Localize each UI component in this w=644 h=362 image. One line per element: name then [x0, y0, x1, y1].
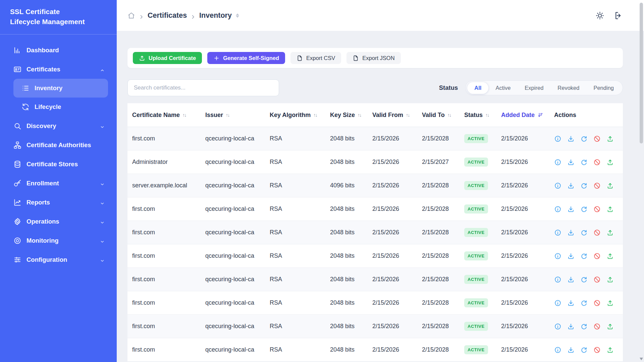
row-action-info[interactable]: [554, 323, 561, 330]
column-header-status[interactable]: Status↑↓: [464, 112, 501, 119]
status-filter-all[interactable]: All: [467, 82, 488, 94]
status-badge: ACTIVE: [464, 251, 488, 260]
row-action-renew[interactable]: [580, 229, 588, 236]
row-action-download[interactable]: [567, 346, 575, 354]
row-action-info[interactable]: [554, 346, 561, 354]
table-row[interactable]: first.comqcecuring-local-caRSA2048 bits2…: [127, 338, 623, 362]
row-action-export[interactable]: [606, 159, 614, 166]
status-filter-expired[interactable]: Expired: [518, 82, 550, 94]
row-action-revoke[interactable]: [593, 159, 601, 166]
sidebar-item-lifecycle[interactable]: Lifecycle: [13, 98, 108, 116]
generate-self-signed-button[interactable]: Generate Self-Signed: [207, 52, 285, 64]
row-action-export[interactable]: [606, 135, 614, 142]
column-header-valid-from[interactable]: Valid From↑↓: [372, 112, 422, 119]
table-row[interactable]: first.comqcecuring-local-caRSA2048 bits2…: [127, 221, 623, 244]
row-action-revoke[interactable]: [593, 276, 601, 283]
breadcrumb-item-certificates[interactable]: Certificates: [148, 11, 187, 20]
row-action-export[interactable]: [606, 182, 614, 189]
row-action-revoke[interactable]: [593, 205, 601, 213]
row-action-download[interactable]: [567, 229, 575, 236]
table-row[interactable]: Administratorqcecuring-local-caRSA2048 b…: [127, 150, 623, 174]
column-header-key-algorithm[interactable]: Key Algorithm↑↓: [270, 112, 330, 119]
row-action-renew[interactable]: [580, 135, 588, 142]
export-json-button[interactable]: Export JSON: [346, 52, 400, 64]
export-csv-button[interactable]: Export CSV: [290, 52, 341, 64]
status-filter-pending[interactable]: Pending: [586, 82, 621, 94]
status-filter-revoked[interactable]: Revoked: [550, 82, 586, 94]
row-action-export[interactable]: [606, 299, 614, 307]
row-action-renew[interactable]: [580, 276, 588, 283]
row-action-export[interactable]: [606, 276, 614, 283]
table-row[interactable]: first.comqcecuring-local-caRSA2048 bits2…: [127, 244, 623, 268]
logout-button[interactable]: [614, 11, 623, 20]
breadcrumb-item-inventory[interactable]: Inventory: [199, 11, 232, 20]
row-action-renew[interactable]: [580, 159, 588, 166]
column-header-added-date[interactable]: Added Date: [501, 112, 554, 119]
sidebar-item-certificates[interactable]: Certificates: [0, 60, 117, 79]
column-header-certificate-name[interactable]: Certificate Name↑↓: [132, 112, 205, 119]
sidebar-item-reports[interactable]: Reports: [0, 193, 117, 212]
breadcrumb-home-button[interactable]: [127, 12, 135, 19]
row-action-info[interactable]: [554, 299, 561, 307]
row-action-revoke[interactable]: [593, 299, 601, 307]
column-header-valid-to[interactable]: Valid To↑↓: [422, 112, 464, 119]
sidebar-item-certificate-authorities[interactable]: Certificate Authorities: [0, 135, 117, 155]
button-label: Export CSV: [306, 55, 335, 61]
theme-toggle-button[interactable]: [595, 11, 604, 20]
row-action-download[interactable]: [567, 205, 575, 213]
row-action-download[interactable]: [567, 182, 575, 189]
sidebar-item-configuration[interactable]: Configuration: [0, 250, 117, 269]
row-action-renew[interactable]: [580, 252, 588, 260]
row-action-info[interactable]: [554, 159, 561, 166]
table-row[interactable]: first.comqcecuring-local-caRSA2048 bits2…: [127, 315, 623, 338]
row-action-export[interactable]: [606, 252, 614, 260]
row-action-export[interactable]: [606, 205, 614, 213]
row-action-revoke[interactable]: [593, 252, 601, 260]
row-action-revoke[interactable]: [593, 182, 601, 189]
column-header-key-size[interactable]: Key Size↑↓: [330, 112, 372, 119]
table-row[interactable]: first.comqcecuring-local-caRSA2048 bits2…: [127, 127, 623, 150]
row-action-renew[interactable]: [580, 205, 588, 213]
table-row[interactable]: first.comqcecuring-local-caRSA2048 bits2…: [127, 291, 623, 315]
upload-certificate-button[interactable]: Upload Certificate: [133, 52, 202, 64]
row-action-info[interactable]: [554, 182, 561, 189]
row-action-download[interactable]: [567, 159, 575, 166]
row-action-info[interactable]: [554, 135, 561, 142]
row-action-renew[interactable]: [580, 299, 588, 307]
table-row[interactable]: server.example.localqcecuring-local-caRS…: [127, 174, 623, 197]
sidebar-item-monitoring[interactable]: Monitoring: [0, 231, 117, 250]
sidebar-item-discovery[interactable]: Discovery: [0, 116, 117, 135]
row-action-download[interactable]: [567, 299, 575, 307]
row-action-download[interactable]: [567, 323, 575, 330]
sidebar-item-dashboard[interactable]: Dashboard: [0, 41, 117, 60]
scrollbar-down-arrow-icon[interactable]: [640, 358, 643, 360]
sidebar-item-certificate-stores[interactable]: Certificate Stores: [0, 155, 117, 174]
scrollbar-thumb[interactable]: [640, 3, 643, 143]
row-action-download[interactable]: [567, 252, 575, 260]
scrollbar[interactable]: [639, 0, 644, 362]
column-header-issuer[interactable]: Issuer↑↓: [205, 112, 270, 119]
sidebar-item-inventory[interactable]: Inventory: [13, 79, 108, 98]
table-row[interactable]: first.comqcecuring-local-caRSA2048 bits2…: [127, 197, 623, 221]
sidebar-item-operations[interactable]: Operations: [0, 212, 117, 231]
row-action-info[interactable]: [554, 229, 561, 236]
row-action-export[interactable]: [606, 323, 614, 330]
row-action-download[interactable]: [567, 135, 575, 142]
row-action-info[interactable]: [554, 252, 561, 260]
row-action-info[interactable]: [554, 276, 561, 283]
row-action-download[interactable]: [567, 276, 575, 283]
row-action-export[interactable]: [606, 229, 614, 236]
row-action-revoke[interactable]: [593, 135, 601, 142]
row-action-renew[interactable]: [580, 346, 588, 354]
row-action-renew[interactable]: [580, 182, 588, 189]
sidebar-item-enrollment[interactable]: Enrollment: [0, 174, 117, 193]
search-input[interactable]: [127, 79, 279, 96]
status-filter-active[interactable]: Active: [488, 82, 518, 94]
row-action-revoke[interactable]: [593, 323, 601, 330]
row-action-export[interactable]: [606, 346, 614, 354]
table-row[interactable]: first.comqcecuring-local-caRSA2048 bits2…: [127, 268, 623, 291]
row-action-renew[interactable]: [580, 323, 588, 330]
row-action-revoke[interactable]: [593, 229, 601, 236]
row-action-info[interactable]: [554, 205, 561, 213]
row-action-revoke[interactable]: [593, 346, 601, 354]
